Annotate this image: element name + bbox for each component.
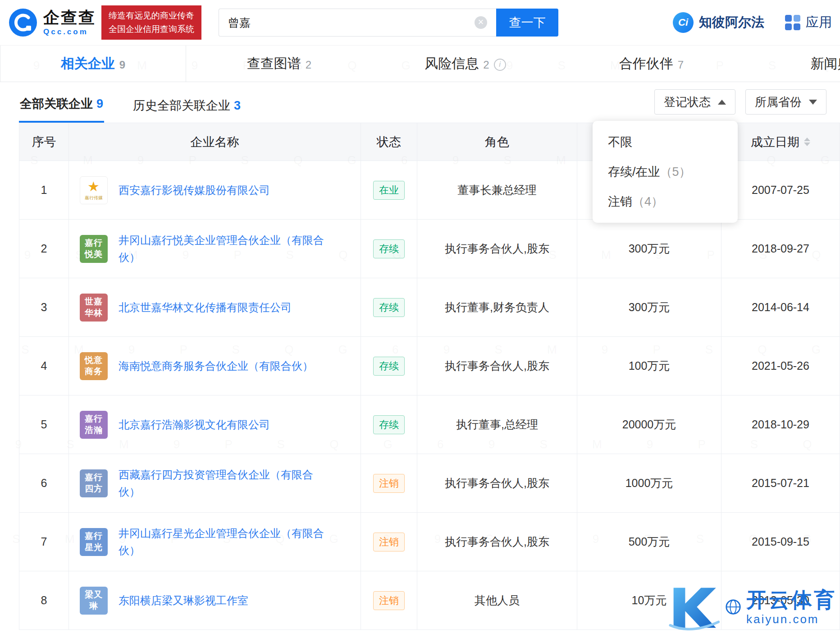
col-header-date: 成立日期: [721, 123, 840, 161]
header-right: Ci 知彼阿尔法 应用: [673, 12, 832, 33]
dropdown-item-unlimited[interactable]: 不限: [593, 127, 738, 157]
status-badge: 存续: [373, 357, 405, 376]
sort-icon[interactable]: [804, 138, 810, 146]
company-name-link[interactable]: 西安嘉行影视传媒股份有限公司: [119, 182, 270, 198]
subtab-history-related-count: 3: [234, 99, 241, 112]
zhibi-alpha-label: 知彼阿尔法: [699, 14, 764, 32]
company-cell: 世嘉 华林 北京世嘉华林文化传播有限责任公司: [69, 278, 361, 336]
table-row: 4 悦意 商务 海南悦意商务服务合伙企业（有限合伙） 存续 执行事务合伙人,股东…: [19, 337, 840, 395]
tab-partners-label: 合作伙伴: [619, 55, 673, 73]
sub-navigation: 全部关联企业9 历史全部关联企业3 登记状态 所属省份: [0, 82, 840, 123]
kaiyun-watermark: 开云体育 kaiyun.com: [666, 583, 836, 630]
kaiyun-site-url: kaiyun.com: [746, 612, 819, 626]
qcc-logo[interactable]: 企查查 Qcc.com: [8, 8, 96, 37]
tab-risk-info-label: 风险信息: [425, 55, 479, 73]
company-name-link[interactable]: 东阳横店梁又琳影视工作室: [119, 592, 248, 609]
capital-cell: 20000万元: [577, 395, 721, 454]
role-cell: 其他人员: [417, 571, 577, 629]
search-button[interactable]: 查一下: [496, 9, 558, 37]
registration-status-dropdown: 不限 存续/在业（5） 注销（4）: [593, 121, 738, 223]
company-logo: 梁又 琳: [80, 587, 108, 615]
status-badge: 存续: [373, 239, 405, 258]
chevron-up-icon: [718, 100, 726, 105]
status-badge: 注销: [373, 591, 405, 610]
tab-risk-info[interactable]: 风险信息 2 i: [372, 46, 558, 82]
role-cell: 执行事务合伙人,股东: [417, 513, 577, 571]
tab-news[interactable]: 新闻舆情: [744, 46, 840, 82]
slogan-banner: 缔造有远见的商业传奇 全国企业信用查询系统: [101, 5, 201, 40]
company-name-link[interactable]: 西藏嘉行四方投资管理合伙企业（有限合伙）: [119, 466, 326, 500]
company-logo: 嘉行 四方: [80, 469, 108, 497]
company-cell: 梁又 琳 东阳横店梁又琳影视工作室: [69, 571, 361, 629]
col-header-company: 企业名称: [69, 123, 361, 161]
tab-news-label: 新闻舆情: [811, 55, 840, 73]
status-badge: 存续: [373, 298, 405, 317]
capital-cell: 300万元: [577, 220, 721, 278]
status-badge: 注销: [373, 474, 405, 493]
apps-label: 应用: [806, 14, 832, 32]
filter-province[interactable]: 所属省份: [745, 89, 826, 115]
seq-cell: 2: [19, 220, 69, 278]
status-cell: 存续: [361, 337, 417, 395]
slogan-line-1: 缔造有远见的商业传奇: [109, 9, 194, 23]
dropdown-item-cancelled[interactable]: 注销（4）: [593, 187, 738, 216]
tab-related-companies[interactable]: 相关企业 9: [0, 46, 186, 82]
company-name-link[interactable]: 海南悦意商务服务合伙企业（有限合伙）: [119, 358, 313, 374]
qcc-logo-text: 企查查 Qcc.com: [43, 9, 96, 37]
table-row: 5 嘉行 浩瀚 北京嘉行浩瀚影视文化有限公司 存续 执行董事,总经理 20000…: [19, 395, 840, 454]
tab-qcc-graph-count: 2: [306, 59, 311, 71]
role-cell: 董事长兼总经理: [417, 161, 577, 219]
zhibi-alpha-link[interactable]: Ci 知彼阿尔法: [673, 12, 764, 33]
seq-cell: 7: [19, 513, 69, 571]
top-header: 企查查 Qcc.com 缔造有远见的商业传奇 全国企业信用查询系统 × 查一下 …: [0, 0, 840, 45]
info-icon[interactable]: i: [494, 59, 506, 71]
role-cell: 执行事务合伙人,股东: [417, 454, 577, 512]
table-row: 6 嘉行 四方 西藏嘉行四方投资管理合伙企业（有限合伙） 注销 执行事务合伙人,…: [19, 454, 840, 513]
chevron-down-icon: [809, 100, 817, 105]
company-cell: 嘉行 悦美 井冈山嘉行悦美企业管理合伙企业（有限合伙）: [69, 220, 361, 278]
dropdown-item-active[interactable]: 存续/在业（5）: [593, 157, 738, 187]
company-name-link[interactable]: 北京嘉行浩瀚影视文化有限公司: [119, 416, 270, 433]
status-cell: 注销: [361, 571, 417, 629]
apps-link[interactable]: 应用: [785, 14, 832, 32]
company-cell: 悦意 商务 海南悦意商务服务合伙企业（有限合伙）: [69, 337, 361, 395]
seq-cell: 5: [19, 395, 69, 454]
role-cell: 执行事务合伙人,股东: [417, 220, 577, 278]
subtab-history-related[interactable]: 历史全部关联企业3: [132, 87, 242, 123]
qcc-logo-en: Qcc.com: [43, 28, 88, 37]
clear-icon[interactable]: ×: [475, 16, 487, 29]
zhibi-alpha-icon: Ci: [673, 12, 694, 33]
role-cell: 执行事务合伙人,股东: [417, 337, 577, 395]
tab-partners[interactable]: 合作伙伴 7: [558, 46, 744, 82]
status-badge: 在业: [373, 181, 405, 200]
company-name-link[interactable]: 井冈山嘉行星光企业管理合伙企业（有限合伙）: [119, 525, 326, 558]
capital-cell: 1000万元: [577, 454, 721, 512]
col-header-status: 状态: [361, 123, 417, 161]
status-cell: 注销: [361, 454, 417, 512]
table-row: 3 世嘉 华林 北京世嘉华林文化传播有限责任公司 存续 执行董事,财务负责人 3…: [19, 278, 840, 337]
company-logo: 嘉行 星光: [80, 528, 108, 556]
company-name-link[interactable]: 北京世嘉华林文化传播有限责任公司: [119, 299, 292, 316]
star-icon: ★: [87, 180, 100, 193]
subtab-all-related[interactable]: 全部关联企业9: [19, 85, 104, 123]
dropdown-item-cancelled-label: 注销: [608, 195, 632, 208]
role-cell: 执行董事,财务负责人: [417, 278, 577, 336]
date-cell: 2021-05-26: [721, 337, 840, 395]
company-logo: 嘉行 悦美: [80, 235, 108, 263]
search-input[interactable]: [219, 9, 496, 37]
kaiyun-text: 开云体育 kaiyun.com: [746, 588, 836, 626]
subtab-all-related-count: 9: [96, 97, 103, 110]
search-bar: × 查一下: [219, 9, 558, 37]
tab-risk-info-count: 2: [483, 59, 489, 71]
company-cell: ★ 嘉行传媒 西安嘉行影视传媒股份有限公司: [69, 161, 361, 219]
tab-qcc-graph[interactable]: 查查图谱 2: [186, 46, 372, 82]
capital-cell: 500万元: [577, 513, 721, 571]
status-cell: 存续: [361, 278, 417, 336]
filter-registration-status[interactable]: 登记状态: [654, 89, 735, 115]
company-name-link[interactable]: 井冈山嘉行悦美企业管理合伙企业（有限合伙）: [119, 232, 326, 265]
date-cell: 2015-07-21: [721, 454, 840, 512]
status-cell: 存续: [361, 395, 417, 454]
company-cell: 嘉行 四方 西藏嘉行四方投资管理合伙企业（有限合伙）: [69, 454, 361, 512]
seq-cell: 8: [19, 571, 69, 629]
apps-grid-icon: [785, 15, 800, 30]
